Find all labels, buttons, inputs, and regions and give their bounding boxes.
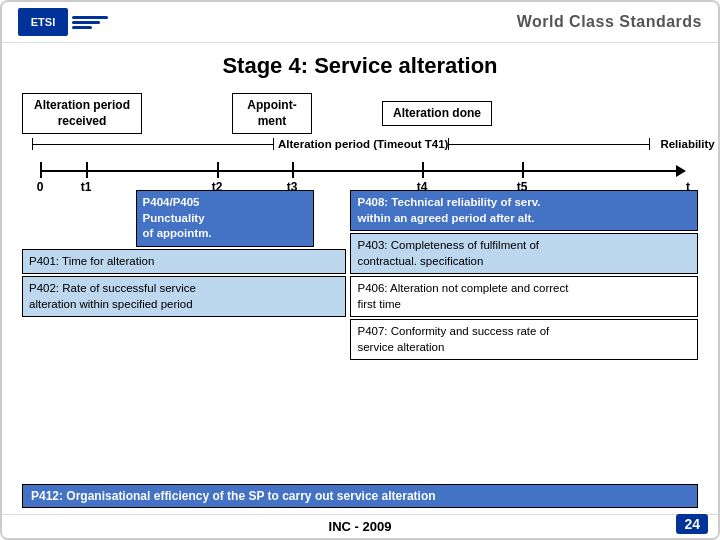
t-label: t (686, 180, 690, 194)
boxes-row: Alteration periodreceived Appoint-ment A… (22, 93, 698, 134)
period-t41-label (32, 138, 274, 150)
box-alteration-period: Alteration periodreceived (22, 93, 142, 134)
header-title: World Class Standards (517, 13, 702, 31)
desc-area: P404/P405 Punctuality of appointm. P401:… (22, 190, 698, 482)
desc-left: P404/P405 Punctuality of appointm. P401:… (22, 190, 346, 482)
label-t1: t1 (81, 180, 92, 194)
desc-p407: P407: Conformity and success rate of ser… (350, 319, 698, 360)
etsi-logo-text: ETSI (18, 8, 68, 36)
period-t42-label (448, 138, 650, 150)
label-0: 0 (37, 180, 44, 194)
header: ETSI World Class Standards (2, 2, 718, 43)
tick-t1 (86, 162, 88, 178)
timeline: 0 t1 t2 t3 t4 t5 t (22, 154, 698, 186)
arc-line-2 (72, 21, 100, 24)
tick-0 (40, 162, 42, 178)
footer: INC - 2009 24 (2, 514, 718, 538)
desc-p404: P404/P405 Punctuality of appointm. (136, 190, 314, 247)
box-alteration-done: Alteration done (382, 101, 492, 127)
desc-p408: P408: Technical reliability of serv. wit… (350, 190, 698, 231)
desc-p403: P403: Completeness of fulfilment of cont… (350, 233, 698, 274)
desc-right: P408: Technical reliability of serv. wit… (346, 190, 698, 482)
desc-p401: P401: Time for alteration (22, 249, 346, 275)
etsi-logo: ETSI (18, 8, 108, 36)
period-t41-text: Alteration period (Timeout T41) (278, 138, 448, 150)
label-t5: t5 (517, 180, 528, 194)
box-appointment: Appoint-ment (232, 93, 312, 134)
main-content: Stage 4: Service alteration Alteration p… (2, 43, 718, 514)
period-t42-text: Reliability period (Timeout T42) (660, 138, 720, 150)
desc-p402: P402: Rate of successful service alterat… (22, 276, 346, 317)
logo-arc (72, 16, 108, 29)
footer-text: INC - 2009 (329, 519, 392, 534)
bottom-bar: P412: Organisational efficiency of the S… (22, 484, 698, 508)
label-t2: t2 (212, 180, 223, 194)
arc-line-3 (72, 26, 92, 29)
page-number: 24 (676, 514, 708, 534)
timeline-arrow (676, 165, 686, 177)
desc-p406: P406: Alteration not complete and correc… (350, 276, 698, 317)
tick-t5 (522, 162, 524, 178)
label-t4: t4 (417, 180, 428, 194)
label-t3: t3 (287, 180, 298, 194)
tick-t3 (292, 162, 294, 178)
timeline-line (42, 170, 682, 172)
tick-t4 (422, 162, 424, 178)
arc-line-1 (72, 16, 108, 19)
page: ETSI World Class Standards Stage 4: Serv… (0, 0, 720, 540)
page-title: Stage 4: Service alteration (22, 53, 698, 79)
tick-t2 (217, 162, 219, 178)
